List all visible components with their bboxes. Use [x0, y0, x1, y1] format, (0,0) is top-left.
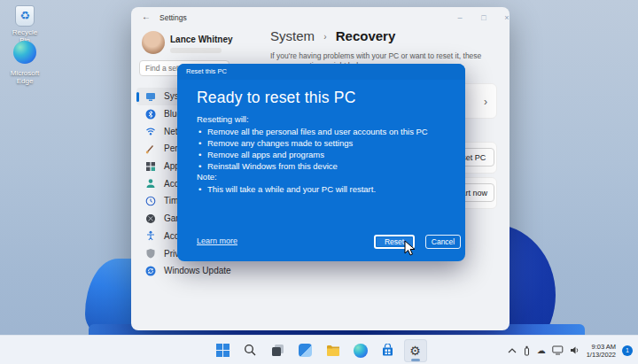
widgets-icon [299, 344, 312, 357]
file-explorer-button[interactable] [322, 339, 345, 362]
edge-button[interactable] [349, 339, 372, 362]
search-button[interactable] [239, 339, 262, 362]
display-icon[interactable] [552, 345, 564, 355]
desktop-icon-recycle-bin[interactable]: ♻ Recycle Bin [7, 5, 43, 44]
resetting-will-label: Resetting will: [197, 114, 249, 124]
dialog-titlebar: Reset this PC [177, 64, 465, 80]
dialog-heading: Ready to reset this PC [197, 89, 355, 107]
settings-button[interactable]: ⚙ [404, 339, 427, 362]
close-button[interactable]: × [500, 13, 510, 22]
reset-consequences-list: Remove all the personal files and user a… [198, 126, 428, 172]
list-item: This will take a while and your PC will … [198, 183, 376, 195]
taskbar: ⚙ ☁ 9:03 AM 1/13/2022 1 [0, 335, 638, 364]
tray-date: 1/13/2022 [587, 351, 616, 359]
sidebar-item-windows-update[interactable]: Windows Update [136, 262, 271, 280]
cancel-button[interactable]: Cancel [425, 235, 461, 249]
list-item: Remove any changes made to settings [198, 137, 428, 149]
update-arrows-icon [145, 266, 156, 276]
system-icon [145, 91, 156, 102]
system-tray: ☁ 9:03 AM 1/13/2022 1 [508, 336, 633, 364]
reset-this-pc-dialog: Reset this PC Ready to reset this PC Res… [177, 64, 465, 261]
brush-icon [145, 143, 156, 154]
recycle-bin-icon: ♻ [15, 5, 35, 27]
usb-icon[interactable] [523, 345, 531, 356]
task-view-button[interactable] [267, 339, 290, 362]
learn-more-link[interactable]: Learn more [197, 236, 237, 245]
accessibility-person-icon [145, 230, 156, 241]
note-label: Note: [197, 172, 217, 182]
edge-icon [354, 344, 368, 358]
search-icon [244, 344, 257, 357]
clock-icon [145, 196, 156, 206]
windows-logo-icon [216, 344, 230, 357]
avatar [142, 31, 165, 54]
start-button[interactable] [212, 339, 235, 362]
mouse-cursor [404, 240, 416, 257]
edge-icon [13, 41, 36, 64]
account-name: Lance Whitney [170, 35, 233, 44]
sidebar-item-label: Windows Update [164, 266, 231, 275]
breadcrumb-separator: › [323, 32, 326, 42]
xbox-icon [145, 213, 156, 224]
tray-time: 9:03 AM [587, 343, 616, 351]
bluetooth-icon [145, 109, 156, 120]
shield-icon [145, 248, 156, 259]
desktop-icon-label: Microsoft Edge [7, 69, 43, 85]
minimize-button[interactable]: – [453, 13, 467, 22]
maximize-button[interactable]: □ [477, 13, 491, 22]
desktop-icon-microsoft-edge[interactable]: Microsoft Edge [7, 41, 43, 85]
file-explorer-icon [326, 345, 340, 357]
note-list: This will take a while and your PC will … [198, 183, 376, 195]
person-icon [145, 178, 156, 189]
page-title: Recovery [336, 28, 396, 43]
onedrive-cloud-icon[interactable]: ☁ [537, 346, 546, 355]
widgets-button[interactable] [294, 339, 317, 362]
speaker-icon[interactable] [570, 345, 580, 355]
window-title: Settings [160, 13, 187, 22]
wifi-icon [145, 126, 156, 136]
microsoft-store-button[interactable] [377, 339, 400, 362]
back-button[interactable]: ← [142, 12, 151, 21]
store-icon [381, 344, 394, 357]
list-item: Remove all the personal files and user a… [198, 126, 428, 137]
apps-grid-icon [145, 161, 156, 172]
clock[interactable]: 9:03 AM 1/13/2022 [587, 343, 616, 359]
hidden-icons-chevron[interactable] [508, 347, 517, 354]
account-email-blurred [170, 48, 222, 53]
notification-badge[interactable]: 1 [622, 345, 633, 356]
breadcrumb-root[interactable]: System [270, 28, 315, 43]
chevron-right-icon: › [484, 96, 487, 108]
settings-gear-icon: ⚙ [409, 345, 421, 357]
list-item: Reinstall Windows from this device [198, 160, 428, 172]
breadcrumb: System › Recovery [270, 28, 395, 43]
list-item: Remove all apps and programs [198, 149, 428, 160]
task-view-icon [271, 344, 284, 357]
